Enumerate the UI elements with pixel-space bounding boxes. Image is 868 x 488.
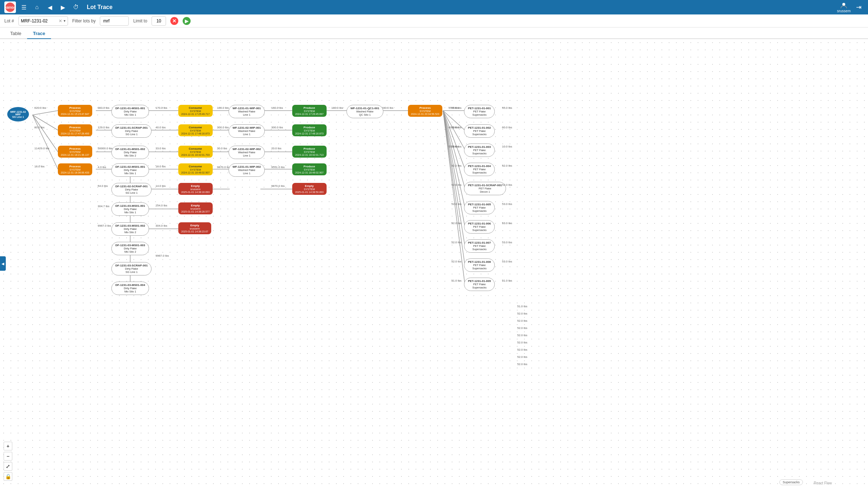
consume-node-1[interactable]: Consume SYSTEM 2024-12-31 17:25:49.717 bbox=[178, 105, 213, 117]
flow-label: 11429.0 lbs bbox=[34, 147, 49, 150]
consume-node-2[interactable]: Consume SYSTEM 2024-12-31 17:48:16.873 bbox=[178, 124, 213, 136]
consume-node-4[interactable]: Consume SYSTEM 2024-12-31 18:46:02.907 bbox=[178, 163, 213, 175]
flow-label: 52.0 lbs bbox=[517, 355, 527, 359]
flow-label: 40.0 lbs bbox=[156, 126, 166, 129]
flow-label: 52.0 lbs bbox=[451, 183, 461, 187]
svg-line-43 bbox=[443, 111, 465, 168]
svg-line-5 bbox=[33, 115, 58, 152]
zoom-out-button[interactable]: − bbox=[4, 452, 12, 461]
flow-label: 52.0 lbs bbox=[451, 164, 461, 167]
process-node-5[interactable]: Process SYSTEM 2024-12-31 20:34:56.523 bbox=[408, 105, 442, 117]
svg-line-44 bbox=[443, 111, 465, 188]
run-button[interactable]: ▶ bbox=[183, 17, 191, 25]
pet-node-2[interactable]: PET-1231-01-002 PET Flake Supersacks bbox=[464, 124, 495, 138]
pet-node-10[interactable]: PET-1231-01-009 PET Flake Supersacks bbox=[464, 278, 495, 291]
flow-label: 30.0 lbs bbox=[217, 147, 227, 150]
svg-line-45 bbox=[443, 111, 465, 207]
tab-table[interactable]: Table bbox=[4, 29, 27, 39]
flow-label: 254.0 lbs bbox=[156, 204, 167, 207]
df-node-3[interactable]: DF-1231-01-MS01-002 Dirty Flake Mix Silo… bbox=[111, 146, 149, 159]
flow-label: 50000.0 lbs bbox=[98, 147, 112, 150]
tab-trace[interactable]: Trace bbox=[27, 29, 51, 39]
pet-node-6[interactable]: PET-1231-01-005 PET Flake Supersacks bbox=[464, 201, 495, 214]
empty-node-1[interactable]: Empty srussem 2025-01-01 14:38:16.693 bbox=[178, 183, 213, 195]
forward-icon[interactable]: ▶ bbox=[58, 2, 68, 12]
lot-input-wrapper: ✕ ▾ bbox=[18, 16, 68, 26]
flow-label: 60.0 lbs bbox=[451, 126, 461, 129]
flow-label: 52.0 lbs bbox=[517, 326, 527, 330]
flow-label: 304.7 lbs bbox=[98, 205, 109, 208]
produce-node-2[interactable]: Produce SYSTEM 2024-12-31 17:48:16.873 bbox=[292, 124, 327, 136]
flow-label: 129.0 lbs bbox=[98, 126, 109, 129]
flow-label: 300.0 lbs bbox=[217, 126, 229, 129]
start-line1: MRF-1231-02 bbox=[10, 111, 26, 113]
pet-node-4[interactable]: PET-1231-01-004 PET Flake Supersacks bbox=[464, 163, 495, 176]
sidebar-toggle[interactable]: ◀ bbox=[0, 256, 6, 271]
wf-node-1[interactable]: WF-1231-01-WIP-001 Washed Flake Line 1 bbox=[229, 105, 265, 118]
produce-node-1[interactable]: Produce SYSTEM 2024-12-31 17:26:45.697 bbox=[292, 105, 327, 117]
produce-empty-node[interactable]: Empty SYSTEM 2025-01-01 14:38:50.893 bbox=[292, 183, 327, 195]
produce-node-3[interactable]: Produce SYSTEM 2024-12-31 18:42:01.713 bbox=[292, 146, 327, 158]
df-node-9[interactable]: DF-1231-03-SCRAP-001 Dirty Flake SG Line… bbox=[111, 262, 152, 275]
filter-input[interactable] bbox=[100, 16, 129, 26]
pet-node-7[interactable]: PET-1231-01-006 PET Flake Supersacks bbox=[464, 220, 495, 234]
process-node-3[interactable]: Process SYSTEM 2024-12-31 18:21:38.137 bbox=[58, 146, 92, 158]
lot-input[interactable] bbox=[21, 18, 57, 23]
flow-label: 160.0 lbs bbox=[271, 106, 283, 110]
empty-node-3[interactable]: Empty srussem 2025-01-01 14:38:23.67 bbox=[178, 222, 211, 234]
flow-label: 180.0 lbs bbox=[331, 106, 343, 110]
history-icon[interactable]: ⏱ bbox=[71, 2, 81, 12]
lot-chevron-icon[interactable]: ▾ bbox=[64, 19, 65, 23]
df-node-1[interactable]: DF-1231-01-MS01-001 Dirty Flake Mix Silo… bbox=[111, 105, 149, 118]
qc-node-1[interactable]: WF-1231-01-QC1-001 Washed Flake QC Silo … bbox=[346, 105, 383, 118]
df-node-5[interactable]: DF-1231-02-SCRAP-001 Dirty Flake SG Line… bbox=[111, 183, 152, 196]
logout-icon[interactable]: ⇥ bbox=[854, 2, 864, 12]
produce-node-4[interactable]: Produce SYSTEM 2024-12-31 18:46:02.907 bbox=[292, 163, 327, 175]
df-node-8[interactable]: DF-1231-03-MS01-003 Dirty Flake Mix Silo… bbox=[111, 242, 149, 255]
df-node-10[interactable]: DF-1231-03-MS01-004 Dirty Flake Mix Silo… bbox=[111, 282, 149, 295]
flow-label: 51.0 lbs bbox=[451, 279, 461, 282]
lot-clear-icon[interactable]: ✕ bbox=[59, 18, 62, 23]
flow-label: 20.0 lbs bbox=[271, 147, 281, 150]
pet-node-3[interactable]: PET-1231-01-003 PET Flake Supersacks bbox=[464, 144, 495, 157]
pet-node-1[interactable]: PET-1231-01-001 PET Flake Supersacks bbox=[464, 105, 495, 118]
pet-node-9[interactable]: PET-1231-01-008 PET Flake Supersacks bbox=[464, 258, 495, 272]
wf-node-2[interactable]: WF-1231-02-WIP-001 Washed Flake Line 1 bbox=[229, 124, 265, 138]
nav-right: srussem ⇥ bbox=[837, 2, 864, 13]
wf-node-4[interactable]: WF-1231-01-WIP-002 Washed Flake Line 1 bbox=[229, 163, 265, 177]
wf-node-3[interactable]: WF-1231-02-WIP-002 Washed Flake Line 1 bbox=[229, 146, 265, 159]
lock-button[interactable]: 🔒 bbox=[4, 472, 12, 481]
menu-icon[interactable]: ☰ bbox=[19, 2, 29, 12]
process-node-2[interactable]: Process SYSTEM 2024-12-31 17:47:28.493 bbox=[58, 124, 92, 136]
flow-label: 52.0 lbs bbox=[502, 183, 512, 187]
df-node-7[interactable]: DF-1231-03-MS01-002 Dirty Flake Mix Silo… bbox=[111, 222, 149, 236]
pet-node-8[interactable]: PET-1231-01-007 PET Flake Supersacks bbox=[464, 239, 495, 253]
top-nav: kanoa ☰ ⌂ ◀ ▶ ⏱ Lot Trace srussem ⇥ bbox=[0, 0, 868, 14]
flow-label: 52.0 lbs bbox=[451, 222, 461, 225]
flow-label: 4.0 lbs bbox=[98, 166, 106, 169]
flow-label: 52.0 lbs bbox=[517, 348, 527, 351]
flow-label: 383.0 lbs bbox=[98, 106, 109, 110]
home-icon[interactable]: ⌂ bbox=[32, 2, 42, 12]
df-node-6[interactable]: DF-1231-03-MS01-001 Dirty Flake Mix Silo… bbox=[111, 202, 149, 216]
process-node-4[interactable]: Process SYSTEM 2024-12-31 18:36:06.433 bbox=[58, 163, 92, 175]
limit-input[interactable] bbox=[152, 16, 166, 26]
process-node-1[interactable]: Process SYSTEM 2024-12-31 15:15:47.647 bbox=[58, 105, 92, 117]
pet-node-5[interactable]: PET-1231-01-SCRAP-001 PET Flake Decon 1 bbox=[464, 182, 506, 195]
empty-node-2[interactable]: Empty srussem 2025-01-01 14:38:28.577 bbox=[178, 202, 213, 214]
df-node-4[interactable]: DF-1231-02-MS01-001 Dirty Flake Mix Silo… bbox=[111, 163, 149, 177]
flow-label: 53.0 lbs bbox=[502, 260, 512, 263]
tabs: Table Trace bbox=[0, 27, 868, 39]
user-menu[interactable]: srussem bbox=[837, 2, 851, 13]
flow-label: 53.0 lbs bbox=[502, 202, 512, 206]
flow-label: 52.0 lbs bbox=[517, 363, 527, 366]
fit-view-button[interactable]: ⤢ bbox=[4, 462, 12, 471]
back-icon[interactable]: ◀ bbox=[45, 2, 55, 12]
cancel-button[interactable]: ✕ bbox=[170, 17, 178, 25]
flow-label: 300.0 lbs bbox=[271, 126, 283, 129]
flow-label: 170.0 lbs bbox=[156, 106, 167, 110]
consume-node-3[interactable]: Consume SYSTEM 2024-12-31 18:42:01.703 bbox=[178, 146, 213, 158]
df-node-2[interactable]: DF-1231-01-SCRAP-001 Dirty Flake SG Line… bbox=[111, 124, 152, 138]
start-node[interactable]: MRF-1231-02 MRF SG Line 1 bbox=[7, 107, 29, 121]
zoom-in-button[interactable]: + bbox=[4, 442, 12, 450]
